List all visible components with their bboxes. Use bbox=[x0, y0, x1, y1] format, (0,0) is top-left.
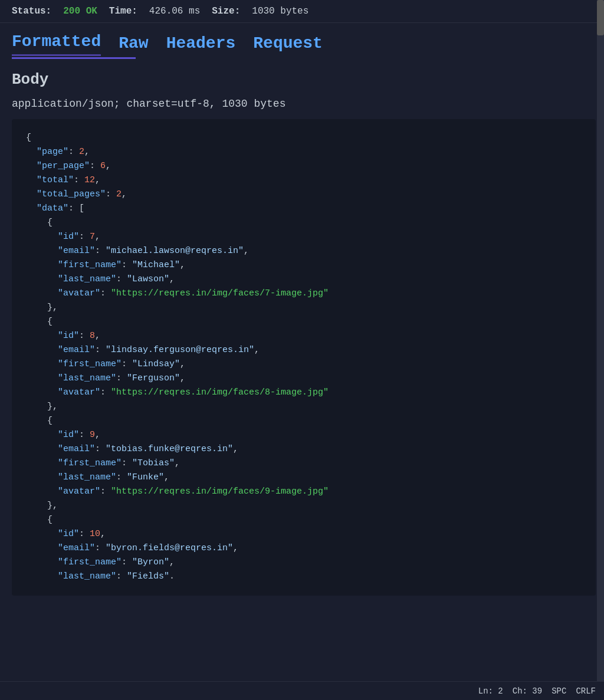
json-line-1: { bbox=[26, 131, 582, 145]
json-line-16: "email": "lindsay.ferguson@reqres.in", bbox=[26, 343, 582, 357]
json-line-4: "total": 12, bbox=[26, 173, 582, 188]
json-line-31: "first_name": "Byron", bbox=[26, 556, 582, 570]
json-line-30: "email": "byron.fields@reqres.in", bbox=[26, 541, 582, 556]
body-title: Body bbox=[12, 71, 596, 88]
tab-raw[interactable]: Raw bbox=[119, 34, 148, 56]
line-ending: CRLF bbox=[576, 686, 596, 696]
json-line-3: "per_page": 6, bbox=[26, 159, 582, 173]
tabs-section: Formatted Raw Headers Request bbox=[0, 23, 604, 59]
json-line-17: "first_name": "Lindsay", bbox=[26, 357, 582, 372]
json-line-21: { bbox=[26, 414, 582, 428]
json-line-27: }, bbox=[26, 499, 582, 513]
json-line-10: "first_name": "Michael", bbox=[26, 258, 582, 272]
json-line-6: "data": [ bbox=[26, 202, 582, 216]
json-line-18: "last_name": "Ferguson", bbox=[26, 372, 582, 386]
json-line-2: "page": 2, bbox=[26, 145, 582, 159]
tab-formatted[interactable]: Formatted bbox=[12, 32, 101, 56]
json-line-13: }, bbox=[26, 301, 582, 315]
time-value: 426.06 ms bbox=[149, 6, 200, 17]
json-line-11: "last_name": "Lawson", bbox=[26, 272, 582, 287]
tab-request[interactable]: Request bbox=[253, 34, 323, 56]
json-line-32: "last_name": "Fields". bbox=[26, 570, 582, 584]
json-viewer[interactable]: { "page": 2, "per_page": 6, "total": 12,… bbox=[12, 119, 596, 596]
status-bar: Status: 200 OK Time: 426.06 ms Size: 103… bbox=[0, 0, 604, 23]
json-line-28: { bbox=[26, 513, 582, 527]
content-type: application/json; charset=utf-8, 1030 by… bbox=[12, 98, 596, 110]
scrollbar-thumb[interactable] bbox=[597, 0, 604, 35]
json-line-7: { bbox=[26, 216, 582, 230]
json-line-9: "email": "michael.lawson@reqres.in", bbox=[26, 244, 582, 258]
json-line-29: "id": 10, bbox=[26, 527, 582, 541]
status-label: Status: bbox=[12, 6, 51, 17]
column-number: Ch: 39 bbox=[513, 686, 542, 696]
json-line-23: "email": "tobias.funke@reqres.in", bbox=[26, 442, 582, 456]
spacing-indicator: SPC bbox=[552, 686, 566, 696]
json-line-20: }, bbox=[26, 400, 582, 414]
json-line-14: { bbox=[26, 315, 582, 329]
size-value: 1030 bytes bbox=[252, 6, 308, 17]
tabs-row: Formatted Raw Headers Request bbox=[12, 32, 592, 56]
status-code: 200 OK bbox=[63, 6, 97, 17]
body-section: Body application/json; charset=utf-8, 10… bbox=[0, 59, 604, 602]
json-line-5: "total_pages": 2, bbox=[26, 188, 582, 202]
json-line-8: "id": 7, bbox=[26, 230, 582, 244]
bottom-bar: Ln: 2 Ch: 39 SPC CRLF bbox=[0, 681, 604, 700]
json-line-25: "last_name": "Funke", bbox=[26, 471, 582, 485]
time-label: Time: bbox=[109, 6, 137, 17]
json-line-15: "id": 8, bbox=[26, 329, 582, 343]
json-line-26: "avatar": "https://reqres.in/img/faces/9… bbox=[26, 485, 582, 499]
json-line-22: "id": 9, bbox=[26, 428, 582, 442]
json-line-24: "first_name": "Tobias", bbox=[26, 456, 582, 471]
line-number: Ln: 2 bbox=[478, 686, 503, 696]
json-line-12: "avatar": "https://reqres.in/img/faces/7… bbox=[26, 287, 582, 301]
json-line-19: "avatar": "https://reqres.in/img/faces/8… bbox=[26, 386, 582, 400]
tab-headers[interactable]: Headers bbox=[166, 34, 236, 56]
scrollbar[interactable] bbox=[597, 0, 604, 700]
size-label: Size: bbox=[212, 6, 240, 17]
